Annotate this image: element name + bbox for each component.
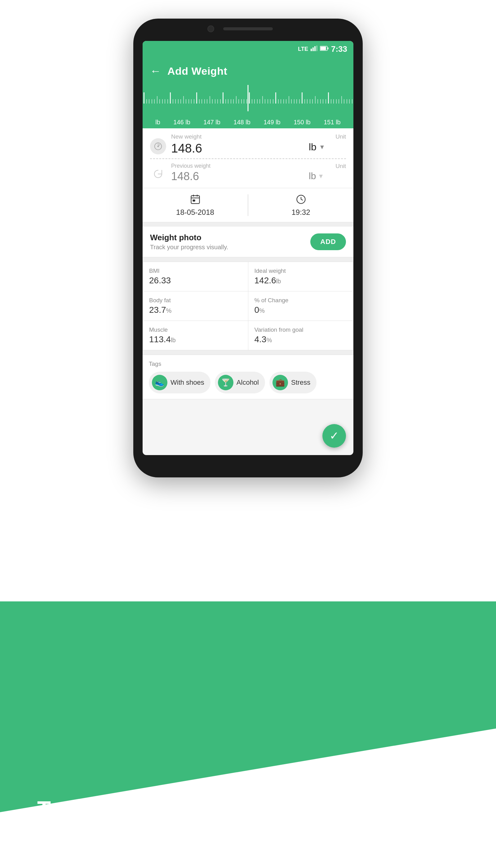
svg-rect-2 bbox=[314, 46, 315, 51]
prev-weight-label: Previous weight bbox=[171, 163, 304, 169]
back-button[interactable]: ← bbox=[150, 64, 161, 78]
clock-icon bbox=[295, 194, 307, 206]
status-bar: LTE bbox=[143, 41, 353, 57]
time-section[interactable]: 19:32 bbox=[248, 194, 353, 217]
variation-goal-value: 4.3% bbox=[254, 335, 347, 344]
new-unit-label: Unit bbox=[309, 133, 346, 140]
fab-confirm[interactable]: ✓ bbox=[322, 424, 346, 448]
with-shoes-label: With shoes bbox=[170, 378, 204, 387]
alcohol-icon: 🍸 bbox=[218, 375, 233, 390]
tags-row: 👟 With shoes 🍸 Alcohol 💼 Stress bbox=[149, 372, 347, 393]
prev-weight-icon bbox=[150, 166, 166, 182]
ruler-labels: lb146 lb147 lb148 lb149 lb150 lb151 lb bbox=[143, 119, 353, 126]
weight-photo-card: Weight photo Track your progress visuall… bbox=[143, 227, 353, 257]
svg-rect-1 bbox=[312, 47, 314, 51]
prev-unit-arrow: ▼ bbox=[318, 173, 324, 180]
svg-rect-15 bbox=[193, 200, 195, 201]
muscle-label: Muscle bbox=[149, 326, 242, 333]
add-photo-button[interactable]: ADD bbox=[310, 233, 346, 250]
prev-weight-row: Previous weight 148.6 Unit lb ▼ bbox=[143, 159, 353, 188]
variation-goal-label: Variation from goal bbox=[254, 326, 347, 333]
phone-screen: LTE bbox=[143, 41, 353, 455]
bmi-value: 26.33 bbox=[149, 276, 242, 285]
lte-icon: LTE bbox=[298, 46, 308, 52]
weight-input-card: New weight 148.6 Unit lb ▼ bbox=[143, 128, 353, 188]
ruler-center-line bbox=[248, 85, 249, 111]
alcohol-label: Alcohol bbox=[236, 378, 259, 387]
photo-subtitle: Track your progress visually. bbox=[150, 244, 305, 251]
variation-goal-cell: Variation from goal 4.3% bbox=[248, 321, 353, 350]
svg-rect-11 bbox=[191, 196, 199, 204]
prev-weight-value: 148.6 bbox=[171, 170, 304, 183]
svg-line-18 bbox=[301, 199, 303, 200]
prev-weight-input-section: Previous weight 148.6 bbox=[171, 163, 304, 183]
date-value: 18-05-2018 bbox=[176, 208, 214, 217]
datetime-card: 18-05-2018 19:32 bbox=[143, 188, 353, 222]
prev-unit-select: lb ▼ bbox=[309, 171, 346, 181]
svg-rect-5 bbox=[320, 46, 326, 50]
svg-rect-3 bbox=[316, 46, 317, 51]
new-unit-dropdown-arrow: ▼ bbox=[319, 143, 325, 151]
prev-unit-label: Unit bbox=[309, 163, 346, 170]
body-fat-value: 23.7% bbox=[149, 305, 242, 315]
app-header: ← Add Weight bbox=[143, 57, 353, 85]
stats-grid: BMI 26.33 Ideal weight 142.6lb Body fat … bbox=[143, 262, 353, 350]
battery-icon bbox=[320, 46, 329, 53]
bmi-cell: BMI 26.33 bbox=[143, 262, 248, 291]
new-weight-value[interactable]: 148.6 bbox=[171, 141, 304, 155]
phone-camera bbox=[207, 26, 214, 32]
ruler-area[interactable]: lb146 lb147 lb148 lb149 lb150 lb151 lb bbox=[143, 85, 353, 128]
app-title: Add Weight bbox=[167, 65, 227, 77]
tags-label: Tags bbox=[149, 360, 347, 367]
weight-scale-icon bbox=[150, 138, 166, 154]
new-weight-input-section: New weight 148.6 bbox=[171, 133, 304, 155]
calendar-icon bbox=[190, 194, 201, 206]
new-weight-unit-section: Unit lb ▼ bbox=[309, 133, 346, 153]
main-content: New weight 148.6 Unit lb ▼ bbox=[143, 128, 353, 399]
time-display: 7:33 bbox=[331, 44, 347, 54]
new-weight-label: New weight bbox=[171, 133, 304, 140]
signal-icon bbox=[311, 46, 317, 53]
new-unit-select[interactable]: lb ▼ bbox=[309, 141, 346, 153]
ideal-weight-value: 142.6lb bbox=[254, 276, 347, 285]
percent-change-cell: % of Change 0% bbox=[248, 291, 353, 321]
svg-rect-6 bbox=[327, 47, 328, 49]
phone-shell: LTE bbox=[133, 19, 363, 477]
body-fat-label: Body fat bbox=[149, 297, 242, 304]
new-weight-row: New weight 148.6 Unit lb ▼ bbox=[143, 128, 353, 158]
status-bar-right: LTE bbox=[298, 44, 347, 54]
body-fat-cell: Body fat 23.7% bbox=[143, 291, 248, 321]
ideal-weight-label: Ideal weight bbox=[254, 267, 347, 274]
time-value: 19:32 bbox=[291, 208, 310, 217]
percent-change-label: % of Change bbox=[254, 297, 347, 304]
muscle-cell: Muscle 113.4lb bbox=[143, 321, 248, 350]
percent-change-value: 0% bbox=[254, 305, 347, 315]
svg-rect-0 bbox=[311, 49, 312, 51]
page-wrapper: Track weight on the go! Just swipe to ad… bbox=[0, 0, 496, 868]
tags-section: Tags 👟 With shoes 🍸 Alcohol 💼 Stress bbox=[143, 355, 353, 399]
photo-text: Weight photo Track your progress visuall… bbox=[150, 233, 305, 251]
tag-with-shoes[interactable]: 👟 With shoes bbox=[149, 372, 211, 393]
muscle-value: 113.4lb bbox=[149, 335, 242, 344]
date-section[interactable]: 18-05-2018 bbox=[143, 194, 248, 217]
stress-label: Stress bbox=[291, 378, 310, 387]
prev-unit-section: Unit lb ▼ bbox=[309, 163, 346, 181]
tag-alcohol[interactable]: 🍸 Alcohol bbox=[215, 372, 265, 393]
fab-check-icon: ✓ bbox=[329, 429, 339, 443]
stress-icon: 💼 bbox=[273, 375, 288, 390]
photo-title: Weight photo bbox=[150, 233, 305, 243]
with-shoes-icon: 👟 bbox=[152, 375, 167, 390]
bmi-label: BMI bbox=[149, 267, 242, 274]
phone-speaker bbox=[223, 27, 273, 30]
ideal-weight-cell: Ideal weight 142.6lb bbox=[248, 262, 353, 291]
tag-stress[interactable]: 💼 Stress bbox=[269, 372, 316, 393]
